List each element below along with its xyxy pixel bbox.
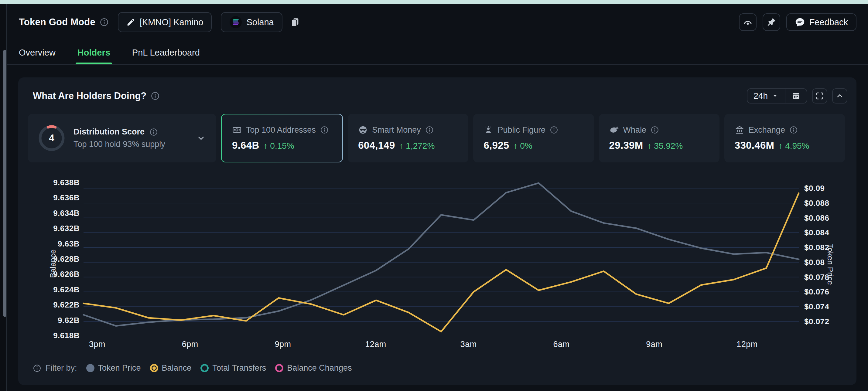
balance-axis-tick: 9.638B xyxy=(28,177,80,188)
holders-panel: What Are Holders Doing? 24h xyxy=(18,77,857,385)
balance-axis-tick: 9.618B xyxy=(28,330,80,340)
chat-bubble-icon xyxy=(795,17,805,27)
balance-axis-tick: 9.634B xyxy=(28,208,80,218)
token-god-mode-page: Token God Mode [KMNO] Kamino xyxy=(0,0,868,391)
legend-label: Total Transfers xyxy=(212,363,266,373)
time-axis-tick: 9pm xyxy=(258,339,307,350)
price-axis-tick: $0.072 xyxy=(804,316,856,327)
price-axis-tick: $0.09 xyxy=(804,183,856,193)
solana-logo-icon xyxy=(229,16,242,29)
time-axis-tick: 6pm xyxy=(166,339,214,350)
price-axis-tick: $0.084 xyxy=(804,227,856,238)
legend-label: Balance xyxy=(162,363,192,373)
time-axis-tick: 6am xyxy=(537,339,586,350)
balance-axis-tick: 9.622B xyxy=(28,300,80,310)
legend-prefix: Filter by: xyxy=(33,363,77,373)
token-price-line xyxy=(84,183,799,326)
chain-name: Solana xyxy=(246,17,274,27)
browser-top-strip xyxy=(0,0,868,4)
tab-pnl-leaderboard[interactable]: PnL Leaderboard xyxy=(132,41,200,64)
token-selector[interactable]: [KMNO] Kamino xyxy=(118,12,212,32)
time-axis-tick: 3am xyxy=(444,339,493,350)
time-axis-tick: 12am xyxy=(351,339,400,350)
watchlist-button[interactable] xyxy=(739,13,756,31)
balance-axis-tick: 9.62B xyxy=(28,315,80,325)
info-icon[interactable] xyxy=(33,364,41,372)
time-axis-tick: 9am xyxy=(630,339,679,350)
edit-pencil-icon xyxy=(126,18,135,27)
balance-axis-tick: 9.624B xyxy=(28,285,80,295)
page-title: Token God Mode xyxy=(19,17,95,28)
tab-bar: Overview Holders PnL Leaderboard xyxy=(7,41,868,65)
balance-axis-tick: 9.63B xyxy=(28,238,80,249)
watch-eye-icon xyxy=(743,17,753,27)
feedback-label: Feedback xyxy=(809,17,848,27)
chain-selector[interactable]: Solana xyxy=(221,12,282,32)
chart-legend: Filter by: Token Price Balance Total Tra… xyxy=(33,363,352,373)
balance-changes-marker-icon xyxy=(275,364,283,372)
legend-label: Token Price xyxy=(98,363,141,373)
info-icon[interactable] xyxy=(100,18,109,27)
price-axis-tick: $0.074 xyxy=(804,301,856,312)
left-axis-title: Balance xyxy=(48,250,58,278)
balance-marker-icon xyxy=(150,364,158,372)
scrollbar-thumb[interactable] xyxy=(3,50,6,317)
legend-prefix-label: Filter by: xyxy=(45,363,77,373)
header: Token God Mode [KMNO] Kamino xyxy=(7,4,868,40)
right-axis-title: Token Price xyxy=(826,244,835,285)
price-axis-tick: $0.086 xyxy=(804,213,856,223)
legend-item-token-price[interactable]: Token Price xyxy=(86,363,141,373)
price-axis-tick: $0.088 xyxy=(804,198,856,208)
pin-button[interactable] xyxy=(763,13,780,31)
legend-label: Balance Changes xyxy=(287,363,352,373)
holders-chart[interactable]: 9.638B9.636B9.634B9.632B9.63B9.628B9.626… xyxy=(18,77,857,385)
feedback-button[interactable]: Feedback xyxy=(786,13,857,31)
pin-icon xyxy=(766,17,777,27)
total-transfers-marker-icon xyxy=(200,364,209,372)
tab-holders[interactable]: Holders xyxy=(78,41,110,64)
time-axis-tick: 12pm xyxy=(723,339,771,350)
copy-address-icon[interactable] xyxy=(290,17,300,27)
legend-item-balance-changes[interactable]: Balance Changes xyxy=(275,363,352,373)
token-price-marker-icon xyxy=(86,364,94,372)
token-name: [KMNO] Kamino xyxy=(140,17,204,27)
legend-item-balance[interactable]: Balance xyxy=(150,363,192,373)
tab-overview[interactable]: Overview xyxy=(19,41,56,64)
price-axis-tick: $0.076 xyxy=(804,287,856,297)
header-actions: Feedback xyxy=(739,13,857,31)
balance-axis-tick: 9.636B xyxy=(28,192,80,203)
left-scrollbar-track xyxy=(0,4,7,391)
legend-item-total-transfers[interactable]: Total Transfers xyxy=(200,363,266,373)
balance-axis-tick: 9.632B xyxy=(28,223,80,233)
time-axis-tick: 3pm xyxy=(73,339,122,350)
